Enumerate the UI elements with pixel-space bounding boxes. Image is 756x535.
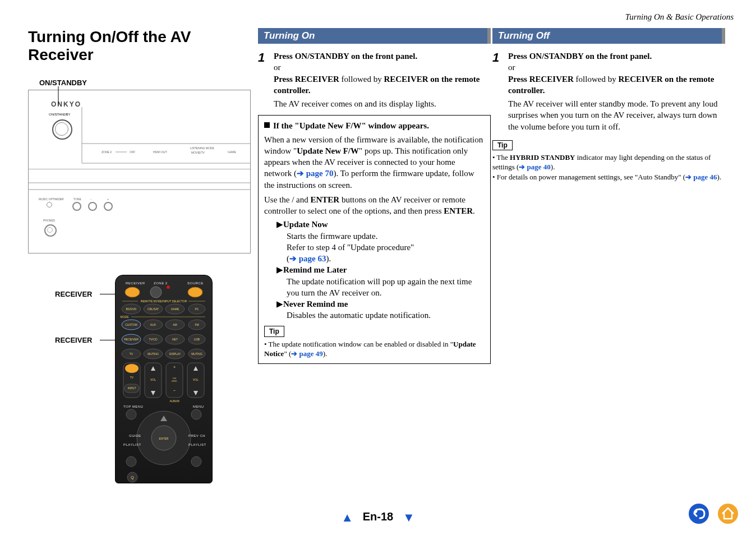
option-remind-later: Remind me Later bbox=[283, 265, 347, 274]
panel-top-lines: ZONE 2 OFF HDMI OUT LISTENING MODE MOVIE… bbox=[29, 90, 250, 169]
panel-minus-label: - bbox=[90, 197, 91, 201]
update-fw-box: If the "Update New F/W" window appears. … bbox=[258, 115, 491, 364]
t: RECEIVER bbox=[529, 75, 574, 84]
svg-text:ENTER: ENTER bbox=[159, 437, 169, 440]
phones-jack-icon bbox=[44, 224, 57, 237]
svg-point-94 bbox=[191, 456, 201, 467]
arrow-icon: ➔ bbox=[297, 169, 306, 178]
svg-text:GAME: GAME bbox=[228, 150, 236, 154]
panel-plus-label: + bbox=[107, 197, 109, 201]
link-page-49[interactable]: page 49 bbox=[299, 349, 323, 358]
svg-text:ALBUM: ALBUM bbox=[169, 399, 179, 403]
svg-text:GAME: GAME bbox=[171, 307, 179, 311]
t: ). bbox=[323, 349, 328, 358]
plus-knob bbox=[104, 202, 113, 211]
remote-illustration: RECEIVER ZONE 2 SOURCE REMOTE MODE/INPUT… bbox=[115, 275, 213, 483]
page-number: En-18 bbox=[363, 510, 393, 523]
svg-text:RECEIVER: RECEIVER bbox=[124, 338, 139, 341]
svg-point-93 bbox=[126, 456, 136, 467]
t: Starts the firmware update. bbox=[287, 230, 485, 242]
t: " ( bbox=[284, 349, 291, 358]
svg-text:Q: Q bbox=[131, 476, 134, 480]
svg-text:TOP MENU: TOP MENU bbox=[123, 405, 143, 408]
svg-text:PC: PC bbox=[195, 307, 199, 311]
svg-text:VOL: VOL bbox=[150, 378, 156, 381]
t: Press bbox=[508, 52, 529, 61]
svg-text:CBL/SAT: CBL/SAT bbox=[147, 307, 159, 311]
back-icon[interactable] bbox=[688, 502, 710, 525]
svg-text:VOL: VOL bbox=[193, 378, 199, 381]
nav-buttons bbox=[683, 502, 739, 527]
svg-text:MUTING: MUTING bbox=[191, 352, 202, 356]
column-3: Turning Off 1 Press ON/STANDBY on the fr… bbox=[492, 28, 725, 182]
callout-line bbox=[28, 84, 62, 118]
column-1: Turning On/Off the AV Receiver bbox=[28, 28, 250, 81]
minus-knob bbox=[88, 202, 97, 211]
panel-phones-label: PHONES bbox=[43, 219, 55, 222]
square-bullet-icon bbox=[264, 122, 270, 128]
turning-on-step-1: 1 Press ON/STANDBY on the front panel. o… bbox=[258, 50, 491, 109]
next-page-icon[interactable]: ▼ bbox=[403, 510, 415, 524]
remote-svg: RECEIVER ZONE 2 SOURCE REMOTE MODE/INPUT… bbox=[116, 275, 212, 483]
svg-text:NET: NET bbox=[172, 338, 178, 341]
svg-text:RECEIVER: RECEIVER bbox=[126, 282, 145, 285]
svg-text:GUIDE: GUIDE bbox=[129, 434, 141, 437]
t: Press bbox=[274, 52, 295, 61]
svg-text:USB: USB bbox=[194, 338, 200, 341]
panel-music-label: MUSIC OPTIMIZER bbox=[39, 197, 64, 201]
svg-text:DISPLAY: DISPLAY bbox=[169, 352, 181, 356]
svg-text:OFF: OFF bbox=[130, 150, 135, 154]
header-section-title: Turning On & Basic Operations bbox=[625, 12, 734, 22]
t: followed by bbox=[339, 75, 384, 84]
svg-point-24 bbox=[188, 287, 202, 297]
page-title: Turning On/Off the AV Receiver bbox=[28, 28, 250, 64]
panel-bottom-lines bbox=[29, 169, 250, 252]
turning-off-heading: Turning Off bbox=[492, 28, 725, 44]
turning-off-step-1: 1 Press ON/STANDBY on the front panel. o… bbox=[492, 50, 725, 132]
link-page-40[interactable]: page 40 bbox=[527, 163, 551, 171]
panel-tone-label: TONE bbox=[73, 197, 81, 201]
t: Update New F/W bbox=[297, 146, 359, 155]
svg-text:INPUT: INPUT bbox=[128, 386, 136, 390]
svg-point-23 bbox=[150, 287, 162, 298]
t: Press bbox=[508, 75, 529, 84]
svg-text:TV: TV bbox=[130, 352, 133, 356]
option-never-remind: Never Remind me bbox=[283, 299, 348, 308]
arrow-icon: ➔ bbox=[685, 173, 693, 181]
page-footer: ▲ En-18 ▼ bbox=[0, 510, 756, 525]
or-text: or bbox=[508, 62, 725, 73]
svg-text:HDMI OUT: HDMI OUT bbox=[153, 150, 167, 154]
t: Refer to step 4 of "Update procedure" bbox=[287, 243, 414, 252]
result-text: The AV receiver will enter standby mode.… bbox=[508, 98, 725, 132]
prev-page-icon[interactable]: ▲ bbox=[341, 510, 353, 524]
svg-point-98 bbox=[718, 504, 738, 524]
svg-text:DISC: DISC bbox=[172, 380, 177, 382]
link-page-70[interactable]: page 70 bbox=[306, 169, 334, 178]
svg-text:AUX: AUX bbox=[150, 323, 156, 326]
t: The update notification will pop up agai… bbox=[287, 276, 485, 299]
home-icon[interactable] bbox=[717, 502, 739, 525]
arrow-icon: ➔ bbox=[291, 349, 299, 358]
svg-text:BD/DVD: BD/DVD bbox=[126, 307, 137, 311]
box-heading: If the "Update New F/W" window appears. bbox=[273, 121, 429, 130]
t: ENTER bbox=[444, 206, 473, 215]
svg-text:ZONE 2: ZONE 2 bbox=[154, 282, 168, 285]
svg-text:LISTENING MODE: LISTENING MODE bbox=[190, 146, 214, 150]
svg-point-22 bbox=[125, 287, 140, 297]
result-text: The AV receiver comes on and its display… bbox=[274, 98, 491, 109]
arrow-icon: ➔ bbox=[519, 163, 527, 171]
svg-point-97 bbox=[689, 504, 709, 524]
tip-label: Tip bbox=[264, 326, 284, 337]
svg-point-63 bbox=[125, 364, 139, 373]
link-page-63[interactable]: page 63 bbox=[299, 254, 326, 263]
svg-text:FM: FM bbox=[195, 323, 199, 326]
link-page-46[interactable]: page 46 bbox=[693, 173, 717, 181]
step-number: 1 bbox=[258, 50, 274, 109]
svg-text:REMOTE MODE/INPUT SELECTOR: REMOTE MODE/INPUT SELECTOR bbox=[141, 299, 187, 303]
svg-point-20 bbox=[167, 285, 170, 289]
svg-point-92 bbox=[191, 409, 201, 419]
svg-text:MOVIE/TV: MOVIE/TV bbox=[191, 151, 205, 154]
t: ON/STANDBY on the front panel. bbox=[295, 52, 418, 61]
svg-text:SOURCE: SOURCE bbox=[187, 282, 204, 285]
svg-text:PREV CH: PREV CH bbox=[188, 434, 205, 437]
